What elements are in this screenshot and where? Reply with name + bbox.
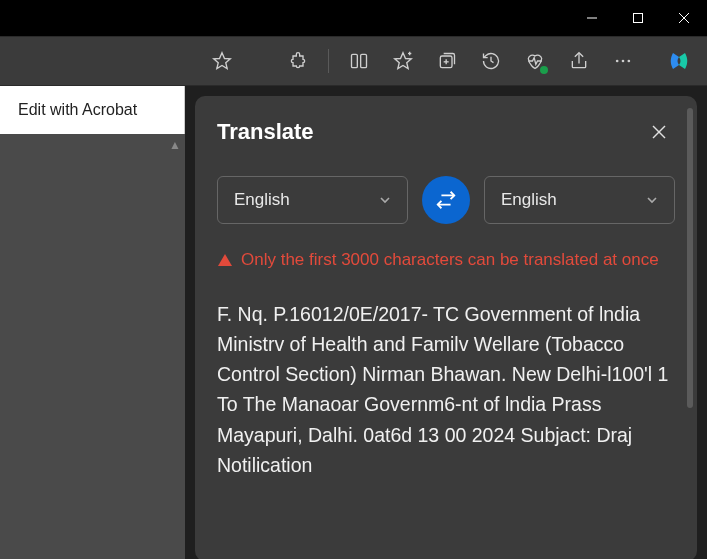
copilot-button[interactable] (659, 41, 699, 81)
svg-point-14 (622, 60, 625, 63)
star-plus-icon (393, 51, 413, 71)
minimize-icon (586, 12, 598, 24)
translate-panel: Translate English English (195, 96, 697, 559)
svg-marker-7 (395, 53, 412, 69)
collections-icon (437, 51, 457, 71)
split-screen-button[interactable] (339, 41, 379, 81)
status-dot-icon (540, 66, 548, 74)
warning-message: Only the first 3000 characters can be tr… (217, 248, 675, 273)
edit-with-acrobat-label: Edit with Acrobat (18, 101, 137, 119)
history-icon (481, 51, 501, 71)
source-language-select[interactable]: English (217, 176, 408, 224)
warning-text: Only the first 3000 characters can be tr… (241, 248, 659, 273)
panel-scrollbar[interactable] (687, 108, 693, 408)
window-maximize-button[interactable] (615, 0, 661, 36)
swap-languages-button[interactable] (422, 176, 470, 224)
svg-point-15 (628, 60, 631, 63)
left-sidebar: Edit with Acrobat ▲ (0, 86, 185, 559)
scroll-up-icon[interactable]: ▲ (169, 138, 181, 152)
more-button[interactable] (603, 41, 643, 81)
extensions-button[interactable] (278, 41, 318, 81)
svg-rect-6 (361, 54, 367, 67)
maximize-icon (632, 12, 644, 24)
chevron-down-icon (646, 194, 658, 206)
warning-icon (217, 252, 233, 268)
star-icon (212, 51, 232, 71)
svg-marker-20 (218, 254, 232, 266)
favorite-button[interactable] (202, 41, 242, 81)
toolbar-separator (328, 49, 329, 73)
svg-point-13 (616, 60, 619, 63)
svg-rect-5 (352, 54, 358, 67)
panel-close-button[interactable] (643, 116, 675, 148)
panel-title: Translate (217, 119, 314, 145)
window-minimize-button[interactable] (569, 0, 615, 36)
split-screen-icon (349, 51, 369, 71)
window-close-button[interactable] (661, 0, 707, 36)
edit-with-acrobat-button[interactable]: Edit with Acrobat (0, 86, 185, 134)
source-language-value: English (234, 190, 290, 210)
share-button[interactable] (559, 41, 599, 81)
chevron-down-icon (379, 194, 391, 206)
browser-toolbar (0, 36, 707, 86)
svg-rect-1 (634, 14, 643, 23)
ellipsis-icon (613, 51, 633, 71)
copilot-icon (667, 49, 691, 73)
swap-icon (435, 189, 457, 211)
target-language-value: English (501, 190, 557, 210)
close-icon (651, 124, 667, 140)
performance-button[interactable] (515, 41, 555, 81)
collections-button[interactable] (427, 41, 467, 81)
favorites-button[interactable] (383, 41, 423, 81)
translate-source-text[interactable]: F. Nq. P.16012/0E/2017- TC Government of… (217, 299, 675, 480)
close-icon (678, 12, 690, 24)
history-button[interactable] (471, 41, 511, 81)
puzzle-icon (288, 51, 308, 71)
svg-marker-4 (214, 53, 231, 69)
window-titlebar (0, 0, 707, 36)
target-language-select[interactable]: English (484, 176, 675, 224)
share-icon (569, 51, 589, 71)
